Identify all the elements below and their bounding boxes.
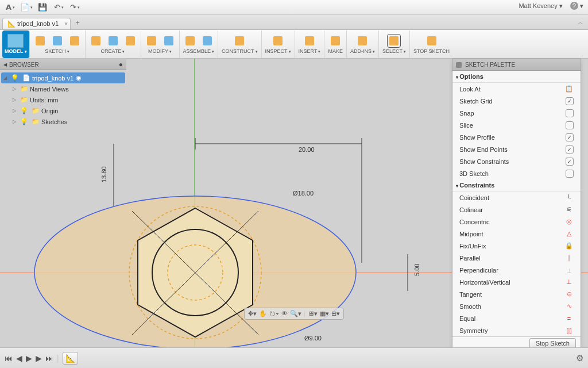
lookat-icon: 👁 [281,310,288,317]
ribbon-create[interactable]: CREATE [86,30,141,58]
constraint-coincident[interactable]: Coincident└ [452,191,581,204]
palette-option-show-constraints[interactable]: Show Constraints✓ [452,155,581,167]
palette-option-sketch-grid[interactable]: Sketch Grid✓ [452,95,581,107]
ribbon-icon[interactable] [68,34,82,48]
tl-end-icon[interactable]: ⏭ [45,354,53,363]
tl-sketch-icon[interactable]: 📐 [63,352,78,365]
tl-play-icon[interactable]: ▶ [26,354,32,363]
tabbar: 📐 tripod_knob v1 × ＋ ︿ [0,15,588,30]
ribbon-label: INSPECT [265,48,291,54]
ribbon-make[interactable]: MAKE [324,30,347,58]
file-menu-icon[interactable]: 📄 [20,2,33,13]
ribbon-assemble[interactable]: ASSEMBLE [180,30,219,58]
tl-start-icon[interactable]: ⏮ [5,354,13,363]
ribbon-label: MODIFY [148,48,172,54]
palette-options-header[interactable]: Options [452,71,581,83]
palette-constraints-header[interactable]: Constraints [452,179,581,191]
svg-rect-11 [273,36,283,45]
svg-rect-15 [389,36,399,45]
model-cube-icon [7,34,24,48]
ribbon-icon[interactable] [123,34,137,48]
constraint-concentric[interactable]: Concentric◎ [452,216,581,228]
dim-d18: Ø18.00 [293,190,314,197]
ribbon-icon[interactable] [183,34,197,48]
ribbon-icon[interactable] [303,34,316,48]
constraint-midpoint[interactable]: Midpoint△ [452,228,581,240]
workspace-label: MODEL [5,48,27,54]
undo-icon[interactable]: ↶ [52,2,65,13]
browser-header[interactable]: ◀BROWSER● [0,59,126,70]
document-tab[interactable]: 📐 tripod_knob v1 × [2,18,71,29]
ribbon-label: SELECT [382,48,406,54]
ribbon-icon[interactable] [233,34,246,48]
ribbon-construct[interactable]: CONSTRUCT [218,30,262,58]
ribbon-modify[interactable]: MODIFY [141,30,180,58]
constraint-fix-unfix[interactable]: Fix/UnFix🔒 [452,240,581,252]
tabbar-overflow-icon[interactable]: ︿ [578,18,583,26]
tree-item[interactable]: ▷💡📁Sketches [1,116,125,127]
ribbon-icon[interactable] [33,34,47,48]
settings-icon[interactable]: ⚙ [576,353,583,363]
help-icon[interactable]: ? [570,2,578,10]
ribbon-label: CREATE [101,48,125,54]
app-menu-icon[interactable]: 𝗔 [3,2,17,13]
svg-rect-5 [126,36,135,45]
ribbon-icon[interactable] [162,34,176,48]
constraint-colinear[interactable]: Colinear⚟ [452,204,581,216]
ribbon-insert[interactable]: INSERT [295,30,325,58]
ribbon-icon[interactable] [328,34,342,48]
palette-option-show-end-points[interactable]: Show End Points✓ [452,143,581,155]
orbit-icon: ✥▾ [248,310,257,317]
ribbon-select[interactable]: SELECT [379,30,410,58]
workspace-selector[interactable]: MODEL [2,30,30,58]
ribbon-icon[interactable] [387,34,401,48]
redo-icon[interactable]: ↷ [68,2,82,13]
tab-title: tripod_knob v1 [17,20,59,27]
palette-header[interactable]: SKETCH PALETTE [452,59,581,71]
fit-icon: 🔍▾ [290,310,301,317]
ribbon-stop-sketch[interactable]: STOP SKETCH [410,30,453,58]
tree-item[interactable]: ▷📁Units: mm [1,94,125,105]
ribbon-icon[interactable] [51,34,64,48]
ribbon-icon[interactable] [106,34,120,48]
ribbon-icon[interactable] [355,34,369,48]
palette-option-snap[interactable]: Snap [452,107,581,119]
constraint-horizontal-vertical[interactable]: Horizontal/Vertical⊥ [452,276,581,288]
save-icon[interactable]: 💾 [36,2,49,13]
constraint-symmetry[interactable]: Symmetry[|] [452,324,581,336]
svg-rect-7 [164,36,173,45]
svg-rect-1 [53,36,62,45]
user-name[interactable]: Matt Keveney ▾ [513,2,562,9]
constraint-parallel[interactable]: Parallel∥ [452,252,581,264]
display-icon: 🖥▾ [308,310,318,317]
ribbon-inspect[interactable]: INSPECT [262,30,295,58]
pan-icon: ✋ [259,310,267,317]
tl-next-icon[interactable]: ▶ [36,354,42,363]
palette-option-show-profile[interactable]: Show Profile✓ [452,131,581,143]
tree-item[interactable]: ▷📁Named Views [1,83,125,94]
svg-rect-6 [147,36,156,45]
palette-option-slice[interactable]: Slice [452,119,581,131]
palette-option-look-at[interactable]: Look At📋 [452,83,581,95]
dim-5: 5.00 [413,264,420,276]
ribbon-label: ASSEMBLE [183,48,215,54]
nav-toolbar[interactable]: ✥▾✋ ⭮▾👁 🔍▾| 🖥▾▦▾ ⊞▾ [244,308,344,320]
constraint-equal[interactable]: Equal= [452,312,581,324]
ribbon-add-ins[interactable]: ADD-INS [347,30,379,58]
ribbon-icon[interactable] [425,34,439,48]
new-tab-icon[interactable]: ＋ [74,18,81,29]
close-icon[interactable]: × [64,20,68,27]
constraint-perpendicular[interactable]: Perpendicular⟂ [452,264,581,276]
tree-item[interactable]: ▷💡📁Origin [1,105,125,116]
constraint-smooth[interactable]: Smooth∿ [452,300,581,312]
ribbon-icon[interactable] [200,34,214,48]
ribbon-sketch[interactable]: SKETCH [30,30,86,58]
ribbon-icon[interactable] [271,34,285,48]
ribbon-icon[interactable] [145,34,158,48]
ribbon-icon[interactable] [89,34,103,48]
constraint-tangent[interactable]: Tangent⊖ [452,288,581,300]
palette-option-3d-sketch[interactable]: 3D Sketch [452,167,581,179]
svg-rect-8 [185,36,195,45]
tl-prev-icon[interactable]: ◀ [16,354,22,363]
tree-root[interactable]: ◢💡📄 tripod_knob v1◉ [1,72,125,83]
